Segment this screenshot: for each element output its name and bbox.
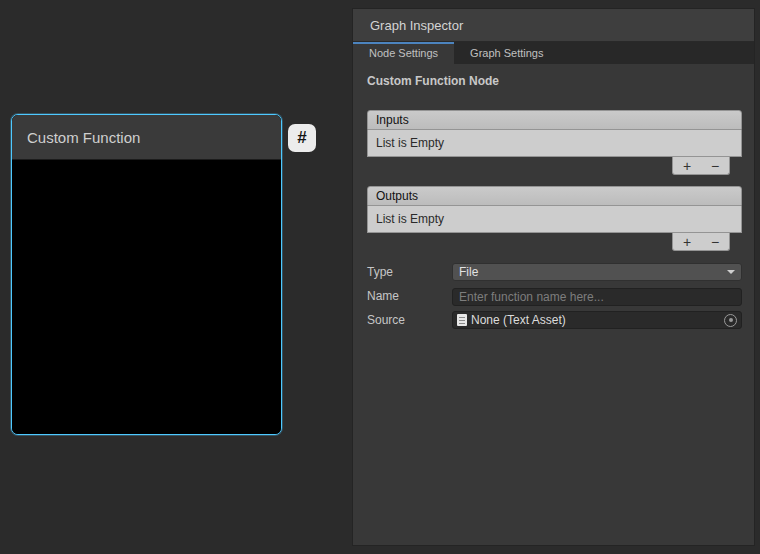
node-body xyxy=(12,160,281,435)
chevron-down-icon xyxy=(727,270,735,274)
name-label: Name xyxy=(367,289,452,303)
outputs-list-footer-buttons: + − xyxy=(672,233,730,251)
inputs-add-button[interactable]: + xyxy=(675,158,699,174)
inputs-list: Inputs List is Empty + − xyxy=(367,110,742,175)
inputs-remove-button[interactable]: − xyxy=(703,158,727,174)
hash-badge[interactable]: # xyxy=(288,124,316,152)
name-row: Name xyxy=(367,287,742,305)
hash-icon: # xyxy=(297,128,306,148)
tab-graph-settings-label: Graph Settings xyxy=(470,47,543,59)
tab-node-settings[interactable]: Node Settings xyxy=(353,42,454,64)
node-title: Custom Function xyxy=(27,129,140,146)
tab-node-settings-label: Node Settings xyxy=(369,47,438,59)
inputs-list-body: List is Empty xyxy=(367,130,742,157)
node-settings-fields: Type File Name Source xyxy=(367,263,742,329)
type-label: Type xyxy=(367,265,452,279)
outputs-list-header: Outputs xyxy=(367,186,742,206)
inputs-list-header-label: Inputs xyxy=(376,113,409,127)
outputs-list-body: List is Empty xyxy=(367,206,742,233)
source-label: Source xyxy=(367,313,452,327)
minus-icon: − xyxy=(711,234,719,250)
graph-inspector-panel: Graph Inspector Node Settings Graph Sett… xyxy=(352,8,755,546)
source-object-field[interactable]: None (Text Asset) xyxy=(452,311,742,329)
tab-graph-settings[interactable]: Graph Settings xyxy=(454,42,559,64)
outputs-remove-button[interactable]: − xyxy=(703,234,727,250)
outputs-list: Outputs List is Empty + − xyxy=(367,186,742,251)
outputs-add-button[interactable]: + xyxy=(675,234,699,250)
outputs-list-empty-label: List is Empty xyxy=(376,212,444,226)
inputs-list-footer: + − xyxy=(367,157,742,175)
inputs-list-empty-label: List is Empty xyxy=(376,136,444,150)
source-row: Source None (Text Asset) xyxy=(367,311,742,329)
inspector-body: Custom Function Node Inputs List is Empt… xyxy=(353,64,754,545)
node-header[interactable]: Custom Function xyxy=(12,115,281,160)
minus-icon: − xyxy=(711,158,719,174)
inputs-list-header: Inputs xyxy=(367,110,742,130)
plus-icon: + xyxy=(683,234,691,250)
outputs-list-footer: + − xyxy=(367,233,742,251)
type-row: Type File xyxy=(367,263,742,281)
object-picker-icon[interactable] xyxy=(724,314,737,327)
inspector-title: Graph Inspector xyxy=(370,18,463,33)
plus-icon: + xyxy=(683,158,691,174)
inspector-header: Graph Inspector xyxy=(353,9,754,42)
section-heading: Custom Function Node xyxy=(367,74,742,90)
inspector-tabbar: Node Settings Graph Settings xyxy=(353,42,754,64)
type-dropdown[interactable]: File xyxy=(452,263,742,281)
outputs-list-header-label: Outputs xyxy=(376,189,418,203)
type-dropdown-value: File xyxy=(459,265,727,279)
function-name-input[interactable] xyxy=(452,288,742,306)
text-asset-icon xyxy=(457,314,467,326)
source-object-value: None (Text Asset) xyxy=(467,313,724,327)
graph-canvas[interactable]: Custom Function # xyxy=(0,0,352,554)
custom-function-node[interactable]: Custom Function xyxy=(11,114,282,435)
inputs-list-footer-buttons: + − xyxy=(672,157,730,175)
